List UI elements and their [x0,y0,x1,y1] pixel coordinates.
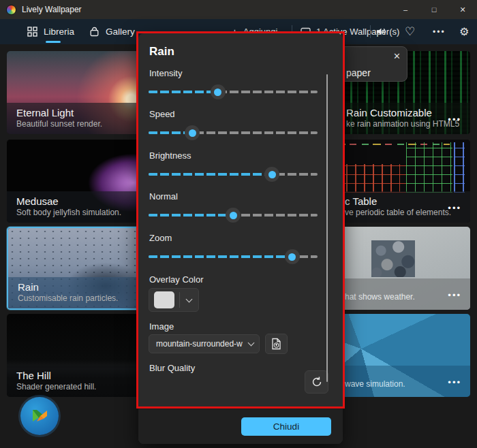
chevron-down-icon [248,340,255,347]
active-tab-indicator [46,41,61,43]
image-select[interactable]: mountain-surrounded-w [149,334,260,353]
file-upload-icon [271,338,282,350]
tile-subtitle: ve periodic table of elements. [345,208,461,217]
browse-image-button[interactable] [265,334,288,354]
color-swatch[interactable] [154,291,174,308]
tab-libreria-label: Libreria [44,27,74,37]
heart-icon: ♡ [405,25,415,39]
favorites-button[interactable]: ♡ [405,19,415,44]
intensity-label: Intensity [149,68,182,78]
minimize-button[interactable]: – [391,0,420,19]
lively-logo-icon [28,404,51,428]
tile-more-button[interactable]: ••• [448,377,461,387]
gear-icon: ⚙ [459,25,469,38]
tile-more-button[interactable]: ••• [448,114,461,125]
flyout-close-icon[interactable]: ✕ [393,51,401,61]
tab-gallery[interactable]: Gallery [89,19,135,44]
settings-button[interactable]: ⚙ [459,19,469,44]
dialog-scrollbar[interactable] [326,74,328,382]
pebbles-photo [371,240,415,277]
ellipsis-icon: ••• [433,27,446,37]
window-title: Lively Wallpaper [22,5,82,14]
rain-customize-dialog: Rain Intensity Speed Brightness Normal Z… [138,33,343,444]
tab-libreria[interactable]: Libreria [27,19,74,44]
maximize-button[interactable]: □ [420,0,448,19]
normal-label: Normal [149,191,178,202]
close-window-button[interactable]: ✕ [448,0,477,19]
tab-gallery-label: Gallery [106,27,135,37]
zoom-slider[interactable] [149,249,318,264]
lively-logo [20,397,59,435]
tile-more-button[interactable]: ••• [448,203,461,213]
dialog-title: Rain [149,45,174,59]
speed-label: Speed [149,109,175,119]
volume-button[interactable] [375,19,387,44]
slider-thumb[interactable] [264,167,279,182]
slider-thumb[interactable] [211,84,226,99]
volume-icon [375,27,387,37]
brightness-slider[interactable] [149,167,318,182]
grid-icon [27,27,37,37]
slider-thumb[interactable] [285,249,300,264]
brightness-label: Brightness [149,150,191,161]
dialog-footer: Chiudi [138,409,343,444]
flyout-text-fragment: paper [346,67,371,78]
tile-subtitle: hat shows weather. [345,292,461,302]
titlebar: Lively Wallpaper – □ ✕ [0,0,477,19]
more-menu-button[interactable]: ••• [433,19,446,44]
tile-subtitle: wave simulation. [345,379,461,389]
slider-thumb[interactable] [226,208,241,223]
blur-quality-label: Blur Quality [149,363,195,373]
tile-title: Rain Customizable [346,107,461,118]
slider-thumb[interactable] [185,125,200,140]
normal-slider[interactable] [149,208,318,223]
tile-title: c Table [345,195,461,207]
tile-subtitle: ke rain animation using HTML5 [346,119,461,129]
speed-slider[interactable] [149,125,318,140]
zoom-label: Zoom [149,233,172,243]
tile-more-button[interactable]: ••• [448,290,461,300]
lively-wallpaper-window: Lively Wallpaper – □ ✕ Libreria Gallery [0,0,477,448]
overlay-color-label: Overlay Color [149,274,203,285]
chiudi-button[interactable]: Chiudi [241,417,331,436]
app-logo-icon [6,5,16,15]
bag-icon [89,27,99,37]
intensity-slider[interactable] [149,84,318,99]
reset-icon [311,376,323,388]
nav-separator [370,25,371,38]
overlay-color-picker[interactable] [149,288,199,312]
reset-button[interactable] [305,370,328,394]
image-label: Image [149,321,174,332]
chevron-down-icon[interactable] [186,295,193,302]
image-select-value: mountain-surrounded-w [156,339,249,349]
